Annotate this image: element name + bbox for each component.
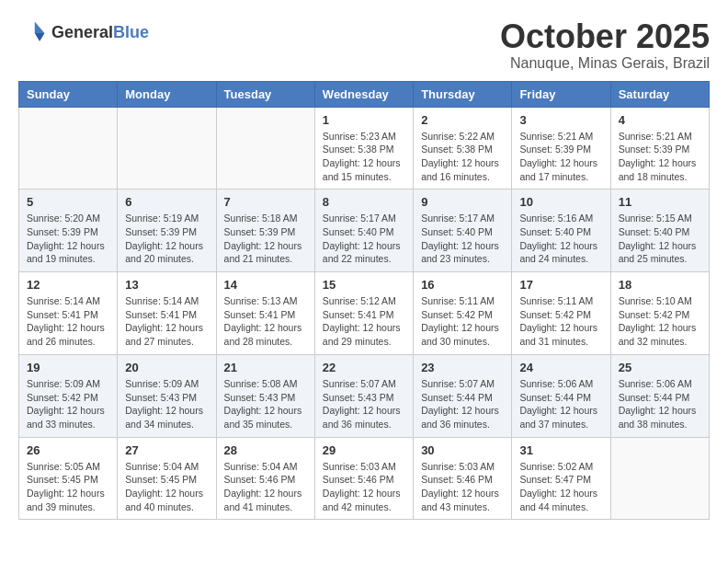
calendar-day: 7Sunrise: 5:18 AM Sunset: 5:39 PM Daylig… bbox=[216, 190, 314, 272]
calendar-day: 30Sunrise: 5:03 AM Sunset: 5:46 PM Dayli… bbox=[414, 437, 512, 520]
day-number: 18 bbox=[619, 278, 701, 292]
day-number: 4 bbox=[619, 113, 701, 127]
calendar-table: Sunday Monday Tuesday Wednesday Thursday… bbox=[18, 81, 710, 521]
calendar-day: 21Sunrise: 5:08 AM Sunset: 5:43 PM Dayli… bbox=[216, 354, 314, 437]
location-title: Nanuque, Minas Gerais, Brazil bbox=[500, 55, 710, 72]
calendar-day: 11Sunrise: 5:15 AM Sunset: 5:40 PM Dayli… bbox=[610, 190, 709, 272]
calendar-day: 23Sunrise: 5:07 AM Sunset: 5:44 PM Dayli… bbox=[414, 354, 512, 437]
day-info: Sunrise: 5:21 AM Sunset: 5:39 PM Dayligh… bbox=[619, 130, 701, 184]
day-info: Sunrise: 5:08 AM Sunset: 5:43 PM Dayligh… bbox=[224, 377, 307, 431]
calendar-day: 15Sunrise: 5:12 AM Sunset: 5:41 PM Dayli… bbox=[314, 272, 413, 355]
calendar-day: 14Sunrise: 5:13 AM Sunset: 5:41 PM Dayli… bbox=[216, 272, 314, 355]
calendar-day: 16Sunrise: 5:11 AM Sunset: 5:42 PM Dayli… bbox=[414, 272, 512, 355]
day-info: Sunrise: 5:07 AM Sunset: 5:44 PM Dayligh… bbox=[421, 377, 504, 431]
calendar-day: 22Sunrise: 5:07 AM Sunset: 5:43 PM Dayli… bbox=[314, 354, 413, 437]
calendar-day bbox=[610, 437, 709, 520]
calendar-day: 6Sunrise: 5:19 AM Sunset: 5:39 PM Daylig… bbox=[118, 190, 216, 272]
day-number: 12 bbox=[27, 278, 109, 292]
calendar-day: 29Sunrise: 5:03 AM Sunset: 5:46 PM Dayli… bbox=[314, 437, 413, 520]
calendar-week-0: 1Sunrise: 5:23 AM Sunset: 5:38 PM Daylig… bbox=[19, 107, 710, 190]
calendar-day bbox=[19, 107, 118, 190]
day-number: 14 bbox=[224, 278, 307, 292]
day-number: 10 bbox=[519, 195, 602, 209]
header-sunday: Sunday bbox=[19, 81, 118, 107]
day-number: 24 bbox=[519, 361, 602, 374]
header-friday: Friday bbox=[512, 81, 610, 107]
day-number: 17 bbox=[519, 278, 602, 292]
calendar-week-2: 12Sunrise: 5:14 AM Sunset: 5:41 PM Dayli… bbox=[19, 272, 710, 355]
calendar-week-4: 26Sunrise: 5:05 AM Sunset: 5:45 PM Dayli… bbox=[19, 437, 710, 520]
logo-general: General bbox=[51, 24, 113, 42]
day-number: 31 bbox=[519, 443, 602, 457]
day-number: 26 bbox=[27, 443, 109, 457]
day-info: Sunrise: 5:11 AM Sunset: 5:42 PM Dayligh… bbox=[519, 294, 602, 349]
logo-blue: Blue bbox=[113, 24, 149, 42]
day-number: 5 bbox=[27, 195, 109, 209]
calendar-day bbox=[216, 107, 314, 190]
day-number: 15 bbox=[323, 278, 405, 292]
day-number: 25 bbox=[619, 361, 701, 374]
calendar-day: 8Sunrise: 5:17 AM Sunset: 5:40 PM Daylig… bbox=[314, 190, 413, 272]
svg-marker-0 bbox=[35, 22, 45, 33]
calendar-day: 20Sunrise: 5:09 AM Sunset: 5:43 PM Dayli… bbox=[118, 354, 216, 437]
day-info: Sunrise: 5:05 AM Sunset: 5:45 PM Dayligh… bbox=[27, 460, 109, 514]
calendar-week-3: 19Sunrise: 5:09 AM Sunset: 5:42 PM Dayli… bbox=[19, 354, 710, 437]
page-header: General Blue October 2025 Nanuque, Minas… bbox=[18, 18, 710, 72]
calendar-day: 2Sunrise: 5:22 AM Sunset: 5:38 PM Daylig… bbox=[414, 107, 512, 190]
calendar-day: 19Sunrise: 5:09 AM Sunset: 5:42 PM Dayli… bbox=[19, 354, 118, 437]
calendar-week-1: 5Sunrise: 5:20 AM Sunset: 5:39 PM Daylig… bbox=[19, 190, 710, 272]
calendar-day: 31Sunrise: 5:02 AM Sunset: 5:47 PM Dayli… bbox=[512, 437, 610, 520]
day-number: 3 bbox=[519, 113, 602, 127]
calendar-day: 4Sunrise: 5:21 AM Sunset: 5:39 PM Daylig… bbox=[610, 107, 709, 190]
day-info: Sunrise: 5:02 AM Sunset: 5:47 PM Dayligh… bbox=[519, 460, 602, 514]
day-number: 6 bbox=[125, 195, 208, 209]
day-info: Sunrise: 5:17 AM Sunset: 5:40 PM Dayligh… bbox=[421, 212, 504, 266]
month-title: October 2025 bbox=[500, 18, 710, 55]
header-monday: Monday bbox=[118, 81, 216, 107]
day-number: 16 bbox=[421, 278, 504, 292]
day-number: 9 bbox=[421, 195, 504, 209]
day-info: Sunrise: 5:16 AM Sunset: 5:40 PM Dayligh… bbox=[519, 212, 602, 266]
day-info: Sunrise: 5:03 AM Sunset: 5:46 PM Dayligh… bbox=[323, 460, 405, 514]
calendar-day: 26Sunrise: 5:05 AM Sunset: 5:45 PM Dayli… bbox=[19, 437, 118, 520]
calendar-day: 3Sunrise: 5:21 AM Sunset: 5:39 PM Daylig… bbox=[512, 107, 610, 190]
calendar-day: 5Sunrise: 5:20 AM Sunset: 5:39 PM Daylig… bbox=[19, 190, 118, 272]
header-saturday: Saturday bbox=[610, 81, 709, 107]
day-info: Sunrise: 5:06 AM Sunset: 5:44 PM Dayligh… bbox=[519, 377, 602, 431]
day-info: Sunrise: 5:21 AM Sunset: 5:39 PM Dayligh… bbox=[519, 130, 602, 184]
header-tuesday: Tuesday bbox=[216, 81, 314, 107]
day-number: 11 bbox=[619, 195, 701, 209]
header-thursday: Thursday bbox=[414, 81, 512, 107]
calendar-day: 18Sunrise: 5:10 AM Sunset: 5:42 PM Dayli… bbox=[610, 272, 709, 355]
day-number: 23 bbox=[421, 361, 504, 374]
day-info: Sunrise: 5:15 AM Sunset: 5:40 PM Dayligh… bbox=[619, 212, 701, 266]
calendar-header-row: Sunday Monday Tuesday Wednesday Thursday… bbox=[19, 81, 710, 107]
day-number: 19 bbox=[27, 361, 109, 374]
calendar-day: 9Sunrise: 5:17 AM Sunset: 5:40 PM Daylig… bbox=[414, 190, 512, 272]
day-info: Sunrise: 5:17 AM Sunset: 5:40 PM Dayligh… bbox=[323, 212, 405, 266]
day-info: Sunrise: 5:18 AM Sunset: 5:39 PM Dayligh… bbox=[224, 212, 307, 266]
day-info: Sunrise: 5:11 AM Sunset: 5:42 PM Dayligh… bbox=[421, 294, 504, 349]
day-info: Sunrise: 5:14 AM Sunset: 5:41 PM Dayligh… bbox=[125, 294, 208, 349]
svg-marker-1 bbox=[35, 33, 45, 41]
day-info: Sunrise: 5:04 AM Sunset: 5:46 PM Dayligh… bbox=[224, 460, 307, 514]
day-info: Sunrise: 5:22 AM Sunset: 5:38 PM Dayligh… bbox=[421, 130, 504, 184]
day-number: 13 bbox=[125, 278, 208, 292]
day-number: 21 bbox=[224, 361, 307, 374]
calendar-day: 27Sunrise: 5:04 AM Sunset: 5:45 PM Dayli… bbox=[118, 437, 216, 520]
day-number: 1 bbox=[323, 113, 405, 127]
logo-text: General Blue bbox=[51, 24, 149, 42]
calendar-day: 10Sunrise: 5:16 AM Sunset: 5:40 PM Dayli… bbox=[512, 190, 610, 272]
calendar-day: 25Sunrise: 5:06 AM Sunset: 5:44 PM Dayli… bbox=[610, 354, 709, 437]
day-info: Sunrise: 5:12 AM Sunset: 5:41 PM Dayligh… bbox=[323, 294, 405, 349]
day-info: Sunrise: 5:09 AM Sunset: 5:42 PM Dayligh… bbox=[27, 377, 109, 431]
day-info: Sunrise: 5:19 AM Sunset: 5:39 PM Dayligh… bbox=[125, 212, 208, 266]
calendar-day: 24Sunrise: 5:06 AM Sunset: 5:44 PM Dayli… bbox=[512, 354, 610, 437]
day-number: 2 bbox=[421, 113, 504, 127]
day-number: 22 bbox=[323, 361, 405, 374]
calendar-day: 28Sunrise: 5:04 AM Sunset: 5:46 PM Dayli… bbox=[216, 437, 314, 520]
day-info: Sunrise: 5:10 AM Sunset: 5:42 PM Dayligh… bbox=[619, 294, 701, 349]
logo: General Blue bbox=[18, 18, 149, 48]
day-info: Sunrise: 5:20 AM Sunset: 5:39 PM Dayligh… bbox=[27, 212, 109, 266]
day-number: 30 bbox=[421, 443, 504, 457]
